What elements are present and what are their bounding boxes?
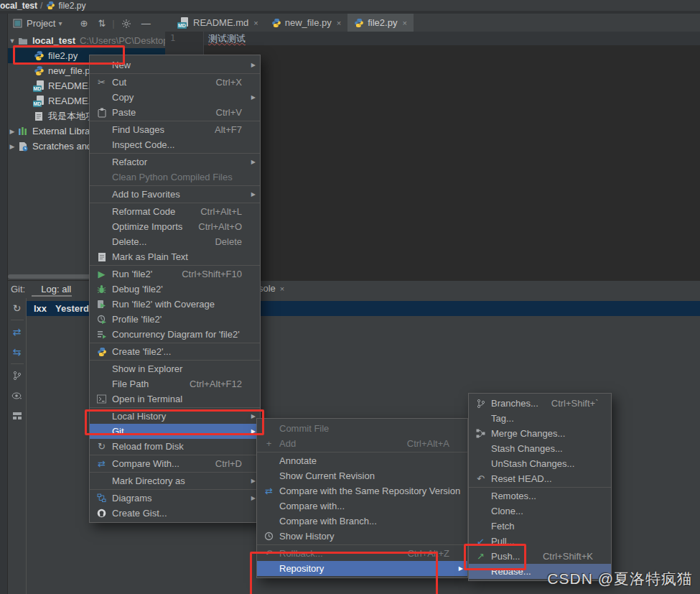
breadcrumb-file: file2.py bbox=[58, 1, 85, 11]
python-file-icon bbox=[32, 65, 45, 76]
collapse-all-icon[interactable]: ⇅ bbox=[98, 18, 106, 29]
menu-item-run-with-coverage[interactable]: Run 'file2' with Coverage bbox=[90, 297, 260, 312]
tree-row-local-test[interactable]: ▼ local_test C:\Users\PC\Desktop bbox=[8, 33, 165, 48]
menu-item-reload-from-disk[interactable]: ↻Reload from Disk bbox=[90, 439, 260, 454]
menu-item-compare-with[interactable]: Compare with... bbox=[257, 498, 467, 514]
menu-item-compare-with-branch[interactable]: Compare with Branch... bbox=[257, 514, 467, 529]
close-icon[interactable]: × bbox=[280, 284, 284, 293]
refresh-icon: ↻ bbox=[95, 441, 108, 452]
menu-item-branches[interactable]: Branches...Ctrl+Shift+` bbox=[469, 396, 611, 411]
tab-new-file-py[interactable]: new_file.py × bbox=[265, 14, 347, 32]
menu-item-debug-file2[interactable]: Debug 'file2' bbox=[90, 282, 260, 297]
menu-item-show-history[interactable]: Show History bbox=[257, 529, 467, 544]
tree-file-label: new_file.py bbox=[48, 65, 95, 76]
menu-item-open-in-terminal[interactable]: Open in Terminal bbox=[90, 391, 260, 407]
menu-item-pull[interactable]: ↙Pull... bbox=[469, 534, 611, 549]
commit-author: lxx bbox=[34, 303, 47, 314]
menu-item-mark-as-plain-text[interactable]: Mark as Plain Text bbox=[90, 249, 260, 264]
project-panel-title[interactable]: Project bbox=[27, 18, 55, 29]
branch-icon bbox=[474, 399, 487, 409]
close-icon[interactable]: × bbox=[337, 19, 341, 27]
tab-file2-py[interactable]: file2.py × bbox=[347, 14, 414, 32]
horizontal-scrollbar[interactable] bbox=[8, 274, 92, 279]
menu-item-fetch[interactable]: Fetch bbox=[469, 519, 611, 534]
locate-file-icon[interactable]: ⊕ bbox=[80, 18, 88, 29]
menu-item-cut[interactable]: ✂CutCtrl+X bbox=[90, 75, 260, 90]
menu-item-concurrency-diagram[interactable]: Concurrency Diagram for 'file2' bbox=[90, 327, 260, 342]
menu-item-mark-directory-as[interactable]: Mark Directory as▶ bbox=[90, 473, 260, 488]
collapse-graph-icon[interactable]: ⇄ bbox=[8, 322, 26, 342]
menu-item-repository[interactable]: Repository▶ bbox=[257, 561, 467, 576]
menu-item-file-path[interactable]: File PathCtrl+Alt+F12 bbox=[90, 376, 260, 391]
menu-item-run-file2[interactable]: ▶Run 'file2'Ctrl+Shift+F10 bbox=[90, 266, 260, 282]
menu-item-push[interactable]: ↗Push...Ctrl+Shift+K bbox=[469, 549, 611, 564]
project-panel-header: Project ▾ ⊕ ⇅ | — bbox=[8, 14, 165, 33]
plain-text-icon bbox=[95, 252, 108, 262]
expand-graph-icon[interactable]: ⇆ bbox=[8, 342, 26, 362]
menu-item-git[interactable]: Git▶ bbox=[90, 424, 260, 439]
menu-item-reset-head[interactable]: ↶Reset HEAD... bbox=[469, 471, 611, 486]
menu-item-refactor[interactable]: Refactor▶ bbox=[90, 154, 260, 170]
text-file-icon bbox=[32, 111, 45, 121]
submenu-arrow-icon: ▶ bbox=[248, 413, 256, 419]
console-tab[interactable]: sole × bbox=[258, 283, 284, 294]
code-line[interactable]: 测试测试 bbox=[208, 32, 246, 45]
menu-separator bbox=[90, 489, 260, 490]
menu-item-local-history[interactable]: Local History▶ bbox=[90, 409, 260, 424]
vcs-title: Git: bbox=[11, 284, 25, 294]
close-icon[interactable]: × bbox=[402, 19, 406, 27]
tree-file-label: 我是本地项 bbox=[48, 110, 95, 123]
menu-item-profile[interactable]: Profile 'file2' bbox=[90, 312, 260, 327]
toolbar-separator bbox=[11, 363, 24, 364]
layout-icon[interactable] bbox=[8, 406, 26, 426]
menu-item-new[interactable]: New▶ bbox=[90, 57, 260, 73]
scratches-icon bbox=[17, 141, 29, 152]
menu-item-reformat-code[interactable]: Reformat CodeCtrl+Alt+L bbox=[90, 204, 260, 219]
menu-item-compare-with[interactable]: ⇄Compare With...Ctrl+D bbox=[90, 456, 260, 471]
menu-item-clone[interactable]: Clone... bbox=[469, 503, 611, 519]
menu-item-diagrams[interactable]: Diagrams▶ bbox=[90, 491, 260, 506]
menu-item-copy[interactable]: Copy▶ bbox=[90, 90, 260, 105]
menu-item-create-gist[interactable]: Create Gist... bbox=[90, 506, 260, 521]
menu-item-delete[interactable]: Delete...Delete bbox=[90, 234, 260, 249]
undo-icon: ↶ bbox=[474, 473, 487, 484]
menu-item-tag[interactable]: Tag... bbox=[469, 411, 611, 426]
hide-panel-icon[interactable]: — bbox=[141, 18, 151, 29]
eye-filter-icon[interactable] bbox=[8, 386, 26, 406]
menu-item-annotate[interactable]: Annotate bbox=[257, 453, 467, 468]
menu-item-paste[interactable]: PasteCtrl+V bbox=[90, 105, 260, 120]
menu-item-stash-changes[interactable]: Stash Changes... bbox=[469, 441, 611, 456]
tab-readme-md[interactable]: MD README.md × bbox=[171, 14, 265, 32]
menu-item-show-in-explorer[interactable]: Show in Explorer bbox=[90, 361, 260, 376]
folder-icon bbox=[17, 37, 29, 45]
gear-icon[interactable] bbox=[121, 19, 131, 29]
close-icon[interactable]: × bbox=[253, 19, 258, 27]
run-icon: ▶ bbox=[95, 269, 108, 279]
tree-expanded-icon[interactable]: ▼ bbox=[8, 37, 17, 45]
menu-item-unstash-changes[interactable]: UnStash Changes... bbox=[469, 456, 611, 471]
menu-item-show-current-revision[interactable]: Show Current Revision bbox=[257, 468, 467, 483]
menu-separator bbox=[90, 407, 260, 408]
menu-item-add-to-favorites[interactable]: Add to Favorites▶ bbox=[90, 187, 260, 202]
menu-item-merge-changes[interactable]: Merge Changes... bbox=[469, 426, 611, 441]
submenu-arrow-icon: ▶ bbox=[248, 428, 256, 435]
github-icon bbox=[95, 509, 108, 518]
menu-item-inspect-code[interactable]: Inspect Code... bbox=[90, 137, 260, 152]
menu-item-clean-python-compiled: Clean Python Compiled Files bbox=[90, 170, 260, 185]
tree-collapsed-icon[interactable]: ▶ bbox=[8, 128, 17, 135]
menu-separator bbox=[257, 544, 467, 545]
branch-filter-icon[interactable] bbox=[8, 366, 26, 386]
menu-item-compare-same-repository[interactable]: ⇄Compare with the Same Repository Versio… bbox=[257, 483, 467, 498]
refresh-icon[interactable]: ↻ bbox=[8, 298, 26, 318]
vcs-tab-log[interactable]: Log: all bbox=[41, 284, 71, 294]
push-arrow-icon: ↗ bbox=[474, 551, 487, 562]
menu-item-create-file2[interactable]: Create 'file2'... bbox=[90, 344, 260, 359]
tree-collapsed-icon[interactable]: ▶ bbox=[8, 143, 17, 150]
chevron-down-icon[interactable]: ▾ bbox=[58, 19, 62, 27]
menu-item-remotes[interactable]: Remotes... bbox=[469, 488, 611, 503]
menu-item-optimize-imports[interactable]: Optimize ImportsCtrl+Alt+O bbox=[90, 219, 260, 234]
tree-group-label: Scratches and bbox=[32, 141, 92, 152]
vcs-toolbar: ↻ ⇄ ⇆ bbox=[8, 298, 27, 594]
menu-item-rollback: ↶Rollback...Ctrl+Alt+Z bbox=[257, 546, 467, 561]
menu-item-find-usages[interactable]: Find UsagesAlt+F7 bbox=[90, 122, 260, 137]
